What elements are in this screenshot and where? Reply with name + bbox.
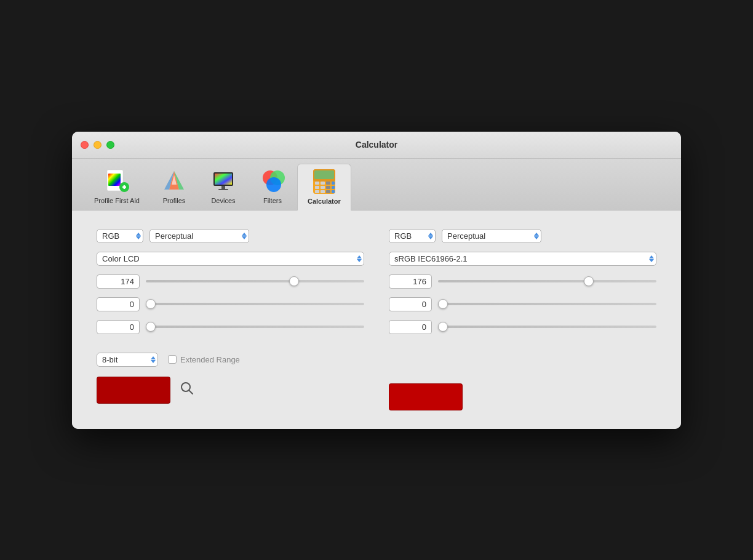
right-profile-row: sRGB IEC61966-2.1 Color LCD Display P3 bbox=[389, 252, 656, 266]
right-channel1-thumb[interactable] bbox=[584, 276, 594, 286]
left-channel3-input[interactable] bbox=[97, 320, 140, 334]
svg-rect-30 bbox=[321, 190, 325, 193]
svg-rect-22 bbox=[321, 182, 325, 185]
right-top-row: RGB CMYK Lab Perceptual Relative Colorim bbox=[389, 229, 656, 243]
left-intent-wrapper: Perceptual Relative Colorimetric Saturat… bbox=[149, 229, 249, 243]
titlebar: Calculator bbox=[72, 132, 681, 159]
calculator-icon bbox=[311, 168, 338, 195]
svg-rect-23 bbox=[326, 182, 330, 185]
toolbar-item-calculator[interactable]: Calculator bbox=[297, 164, 351, 210]
left-profile-wrapper: Color LCD sRGB IEC61966-2.1 Display P3 bbox=[97, 252, 364, 266]
svg-rect-28 bbox=[332, 186, 335, 189]
main-content: RGB CMYK Lab Perceptual Relative Colorim bbox=[72, 210, 681, 429]
left-channel3-row bbox=[97, 320, 364, 334]
right-channel1-input[interactable] bbox=[389, 274, 432, 289]
svg-rect-12 bbox=[215, 174, 232, 185]
left-column: RGB CMYK Lab Perceptual Relative Colorim bbox=[97, 229, 364, 410]
profiles-icon bbox=[161, 167, 188, 194]
left-color-swatch bbox=[97, 377, 170, 404]
extended-range-label[interactable]: Extended Range bbox=[168, 355, 240, 364]
filters-label: Filters bbox=[263, 197, 282, 204]
traffic-lights bbox=[81, 141, 114, 149]
left-channel1-input[interactable] bbox=[97, 274, 140, 289]
left-channel1-row bbox=[97, 274, 364, 289]
toolbar-item-filters[interactable]: Filters bbox=[248, 164, 297, 210]
right-channel3-row bbox=[389, 320, 656, 334]
filters-icon bbox=[259, 167, 286, 194]
right-intent-select[interactable]: Perceptual Relative Colorimetric Saturat… bbox=[442, 229, 541, 243]
svg-rect-32 bbox=[332, 190, 335, 193]
right-colorspace-select[interactable]: RGB CMYK Lab bbox=[389, 229, 436, 243]
profile-first-aid-label: Profile First Aid bbox=[94, 197, 140, 204]
left-channel3-thumb[interactable] bbox=[146, 322, 156, 332]
svg-rect-24 bbox=[332, 182, 335, 185]
svg-rect-31 bbox=[326, 190, 330, 193]
toolbar-item-profile-first-aid[interactable]: Profile First Aid bbox=[84, 164, 149, 210]
right-intent-wrapper: Perceptual Relative Colorimetric Saturat… bbox=[442, 229, 541, 243]
right-color-preview-row bbox=[389, 383, 656, 410]
left-channel2-row bbox=[97, 297, 364, 311]
extended-range-checkbox[interactable] bbox=[168, 355, 177, 364]
toolbar-item-profiles[interactable]: Profiles bbox=[149, 164, 199, 210]
svg-rect-26 bbox=[321, 186, 325, 189]
devices-label: Devices bbox=[211, 197, 235, 204]
extended-range-text: Extended Range bbox=[180, 355, 240, 364]
calculator-label: Calculator bbox=[308, 198, 341, 205]
right-column: RGB CMYK Lab Perceptual Relative Colorim bbox=[389, 229, 656, 410]
left-channel2-input[interactable] bbox=[97, 297, 140, 311]
profile-first-aid-icon bbox=[103, 167, 130, 194]
right-channel2-thumb[interactable] bbox=[438, 299, 448, 309]
right-profile-select[interactable]: sRGB IEC61966-2.1 Color LCD Display P3 bbox=[389, 252, 656, 266]
main-window: Calculator bbox=[72, 132, 681, 429]
columns-container: RGB CMYK Lab Perceptual Relative Colorim bbox=[97, 229, 656, 410]
maximize-button[interactable] bbox=[106, 141, 114, 149]
right-channel2-row bbox=[389, 297, 656, 311]
left-colorspace-select[interactable]: RGB CMYK Lab bbox=[97, 229, 143, 243]
svg-rect-27 bbox=[326, 186, 330, 189]
svg-rect-4 bbox=[123, 185, 125, 189]
right-channel2-input[interactable] bbox=[389, 297, 432, 311]
devices-icon bbox=[210, 167, 237, 194]
toolbar: Profile First Aid bbox=[72, 159, 681, 210]
right-channel1-row bbox=[389, 274, 656, 289]
left-colorspace-wrapper: RGB CMYK Lab bbox=[97, 229, 143, 243]
left-profile-row: Color LCD sRGB IEC61966-2.1 Display P3 bbox=[97, 252, 364, 266]
profiles-label: Profiles bbox=[163, 197, 186, 204]
svg-rect-1 bbox=[108, 174, 121, 186]
svg-rect-20 bbox=[314, 170, 334, 179]
right-profile-wrapper: sRGB IEC61966-2.1 Color LCD Display P3 bbox=[389, 252, 656, 266]
toolbar-item-devices[interactable]: Devices bbox=[199, 164, 248, 210]
svg-rect-13 bbox=[221, 186, 225, 189]
left-profile-select[interactable]: Color LCD sRGB IEC61966-2.1 Display P3 bbox=[97, 252, 364, 266]
svg-point-17 bbox=[266, 177, 281, 192]
search-button[interactable] bbox=[178, 379, 196, 401]
bit-depth-wrapper: 8-bit 16-bit 32-bit bbox=[97, 353, 158, 367]
window-title: Calculator bbox=[356, 140, 397, 150]
svg-rect-14 bbox=[218, 189, 228, 190]
bit-depth-select[interactable]: 8-bit 16-bit 32-bit bbox=[97, 353, 158, 367]
svg-rect-25 bbox=[315, 186, 319, 189]
right-channel3-thumb[interactable] bbox=[438, 322, 448, 332]
left-top-row: RGB CMYK Lab Perceptual Relative Colorim bbox=[97, 229, 364, 243]
close-button[interactable] bbox=[81, 141, 89, 149]
left-channel1-thumb[interactable] bbox=[289, 276, 299, 286]
left-channel2-thumb[interactable] bbox=[146, 299, 156, 309]
bit-depth-row: 8-bit 16-bit 32-bit Extended Range bbox=[97, 353, 364, 367]
right-colorspace-wrapper: RGB CMYK Lab bbox=[389, 229, 436, 243]
left-intent-select[interactable]: Perceptual Relative Colorimetric Saturat… bbox=[149, 229, 249, 243]
right-channel3-input[interactable] bbox=[389, 320, 432, 334]
svg-rect-29 bbox=[315, 190, 319, 193]
right-color-swatch bbox=[389, 383, 463, 410]
svg-line-34 bbox=[189, 391, 193, 394]
svg-rect-21 bbox=[315, 182, 319, 185]
left-color-preview-row bbox=[97, 377, 364, 404]
minimize-button[interactable] bbox=[94, 141, 102, 149]
